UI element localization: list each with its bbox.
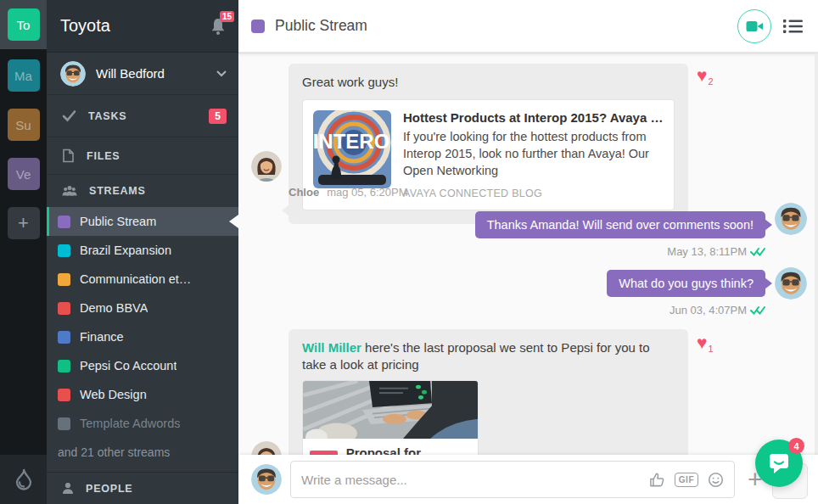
gif-button[interactable]: GIF bbox=[675, 473, 698, 487]
message-text: Thanks Amanda! Will send over comments s… bbox=[487, 218, 754, 232]
workspace-rail: To Ma Su Ve + bbox=[0, 0, 47, 504]
stream-topbar: Public Stream bbox=[238, 0, 818, 53]
heart-reaction[interactable]: ♥2 bbox=[697, 66, 714, 84]
sidebar-item-files[interactable]: FILES bbox=[47, 137, 238, 175]
stream-color-swatch bbox=[58, 360, 70, 372]
support-widget-badge: 4 bbox=[788, 438, 804, 454]
attachment-file-row: pdf Proposal for Pepsi.pdf bbox=[303, 439, 478, 455]
read-receipt-double-check-icon bbox=[750, 247, 765, 256]
message-text: Great work guys! bbox=[302, 75, 398, 89]
link-preview-source: AVAYA CONNECTED BLOG bbox=[403, 188, 664, 199]
sidebar-item-tasks[interactable]: TASKS 5 bbox=[47, 95, 238, 137]
link-preview-thumbnail: INTERO bbox=[313, 110, 391, 188]
stream-color-swatch bbox=[58, 417, 70, 430]
user-menu[interactable]: Will Bedford bbox=[47, 53, 238, 95]
bubble-tail bbox=[765, 219, 772, 231]
stream-name: Finance bbox=[80, 330, 124, 344]
link-preview-description: If you're looking for the hottest produc… bbox=[403, 128, 664, 179]
workspace-selected-strip: To bbox=[0, 0, 47, 49]
check-icon bbox=[62, 109, 76, 122]
avatar bbox=[251, 151, 282, 182]
thumbs-up-button[interactable] bbox=[649, 472, 665, 488]
page-title: Public Stream bbox=[275, 17, 367, 35]
stream-color-swatch bbox=[251, 20, 265, 33]
more-streams-link[interactable]: and 21 other streams bbox=[47, 438, 238, 467]
chat-bubble-icon bbox=[766, 451, 792, 476]
heart-reaction[interactable]: ♥1 bbox=[697, 333, 714, 351]
stream-name: Demo BBVA bbox=[80, 301, 148, 315]
stream-color-swatch bbox=[58, 273, 70, 286]
workspace-tile-toyota[interactable]: To bbox=[8, 8, 40, 41]
message-timestamp: Jun 03, 4:07PM bbox=[670, 304, 747, 316]
sidebar-item-label: TASKS bbox=[88, 110, 126, 122]
svg-text:INTERO: INTERO bbox=[313, 130, 389, 153]
file-attachment-card[interactable]: pdf Proposal for Pepsi.pdf bbox=[302, 380, 479, 455]
add-workspace-button[interactable]: + bbox=[8, 207, 40, 239]
stream-color-swatch bbox=[58, 389, 70, 401]
stream-color-swatch bbox=[58, 302, 70, 315]
app-window: To Ma Su Ve + Toyota bbox=[0, 0, 818, 504]
emoji-button[interactable] bbox=[708, 472, 724, 488]
sidebar-stream-finance[interactable]: Finance bbox=[47, 322, 238, 351]
stream-color-swatch bbox=[58, 244, 70, 257]
attachment-filename[interactable]: Proposal for Pepsi.pdf bbox=[346, 445, 471, 455]
workspace-tile-ma[interactable]: Ma bbox=[8, 59, 40, 92]
app-logo-flame-icon bbox=[14, 468, 34, 491]
stream-color-swatch bbox=[58, 216, 70, 228]
notifications-button[interactable]: 15 bbox=[210, 17, 227, 36]
chat-scrollbar[interactable] bbox=[815, 53, 818, 455]
message-input-container: GIF bbox=[290, 461, 735, 498]
file-icon bbox=[62, 148, 75, 163]
message-composer: GIF + bbox=[238, 455, 818, 504]
task-list-toggle-button[interactable] bbox=[783, 19, 803, 34]
support-chat-widget-button[interactable]: 4 bbox=[755, 440, 803, 487]
workspace-tile-su[interactable]: Su bbox=[8, 109, 40, 141]
stream-name: Brazil Expansion bbox=[80, 244, 171, 257]
bubble-tail bbox=[765, 277, 772, 289]
sidebar-header: Toyota 15 bbox=[47, 0, 238, 53]
workspace-title: Toyota bbox=[60, 16, 110, 36]
streams-section-header: STREAMS bbox=[47, 175, 238, 207]
avatar bbox=[60, 61, 86, 87]
video-call-button[interactable] bbox=[737, 9, 771, 43]
sidebar-stream-demo-bbva[interactable]: Demo BBVA bbox=[47, 294, 238, 322]
message-bubble: Will Miller here's the last proposal we … bbox=[289, 329, 688, 455]
composer-icons: GIF bbox=[649, 472, 724, 488]
sidebar-item-label: FILES bbox=[87, 150, 120, 162]
message-bubble: Great work guys! INTERO bbox=[289, 64, 688, 224]
message-meta-own: May 13, 8:11PM bbox=[667, 245, 765, 258]
message-bubble-own: What do you guys think? bbox=[607, 270, 765, 297]
stream-name: Public Stream bbox=[80, 215, 156, 228]
sidebar-stream-brazil-expansion[interactable]: Brazil Expansion bbox=[47, 236, 238, 265]
group-icon bbox=[62, 185, 77, 197]
message-text: What do you guys think? bbox=[619, 277, 754, 290]
message-meta: Chloe mag 05, 6:20PM bbox=[289, 186, 408, 199]
stream-name: Communication et… bbox=[80, 272, 191, 286]
message-bubble-own: Thanks Amanda! Will send over comments s… bbox=[475, 211, 765, 238]
people-section-label: PEOPLE bbox=[86, 483, 133, 495]
reaction-count: 2 bbox=[708, 76, 713, 87]
sidebar-stream-web-design[interactable]: Web Design bbox=[47, 380, 238, 409]
message-input[interactable] bbox=[301, 473, 649, 487]
streams-section-label: STREAMS bbox=[89, 185, 146, 197]
stream-name: Web Design bbox=[80, 388, 147, 401]
video-camera-icon bbox=[746, 20, 764, 33]
sidebar-item-people[interactable]: PEOPLE bbox=[47, 472, 238, 504]
sidebar-stream-template-adwords[interactable]: Template Adwords bbox=[47, 409, 238, 438]
sidebar-stream-pepsi-co-account[interactable]: Pepsi Co Account bbox=[47, 351, 238, 380]
sidebar-stream-communication[interactable]: Communication et… bbox=[47, 265, 238, 294]
message-author[interactable]: Chloe bbox=[289, 186, 319, 199]
sidebar-stream-public-stream[interactable]: Public Stream bbox=[47, 207, 238, 236]
message-meta-own: Jun 03, 4:07PM bbox=[670, 304, 765, 316]
attachment-preview-image bbox=[303, 381, 478, 439]
list-icon bbox=[783, 19, 803, 34]
stream-name: Template Adwords bbox=[80, 417, 180, 430]
workspace-tile-ve[interactable]: Ve bbox=[8, 158, 40, 190]
user-mention[interactable]: Will Miller bbox=[302, 340, 361, 355]
chevron-down-icon bbox=[216, 70, 227, 77]
message-timestamp: mag 05, 6:20PM bbox=[327, 186, 407, 199]
link-preview-title[interactable]: Hottest Products at Interop 2015? Avaya … bbox=[403, 110, 664, 125]
rail-footer bbox=[0, 455, 47, 504]
sidebar: Toyota 15 Will Bedford bbox=[47, 0, 238, 504]
avatar bbox=[251, 441, 282, 455]
